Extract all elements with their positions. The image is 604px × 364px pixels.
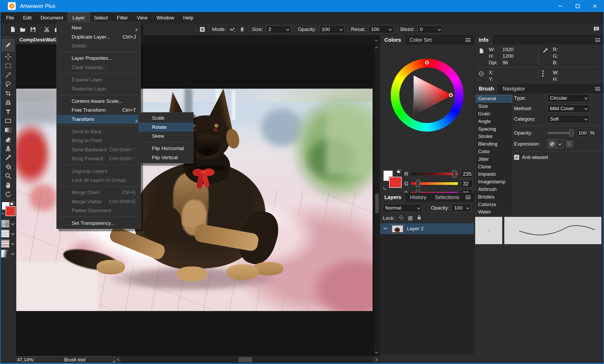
tab-color-set[interactable]: Color Set [405,35,436,45]
submenu-item-skew[interactable]: Skew [139,132,193,141]
antialiased-checkbox[interactable]: ✓ [514,155,519,160]
menu-item-bring-forward[interactable]: Bring ForwardCtrl+Shift+'.' [57,154,141,163]
submenu-item-scale[interactable]: Scale [139,114,193,122]
menu-item-set-transparency[interactable]: Set Transparency... [57,218,141,227]
swap-colors-icon[interactable] [383,187,388,192]
brush-category-spacing[interactable]: Spacing [476,125,512,133]
text-tool-button[interactable] [2,107,14,116]
expression-settings-button[interactable] [566,141,573,147]
panel-menu-icon[interactable] [465,196,471,199]
green-slider[interactable] [411,182,458,185]
brush-category-airbrush[interactable]: Airbrush [476,186,512,193]
save-button[interactable] [30,26,36,33]
brush-category-colorize[interactable]: Colorize [476,201,512,208]
tab-layers[interactable]: Layers [380,193,406,202]
lasso-tool-button[interactable] [2,79,14,89]
menu-item-expand-layer[interactable]: Expand Layer [57,75,141,84]
brush-category-color[interactable]: Color [476,148,512,156]
maximize-button[interactable] [569,0,586,12]
tab-brush[interactable]: Brush [475,84,499,93]
method-dropdown[interactable]: Mild Cover [548,105,590,113]
brush-category-angle[interactable]: Angle [476,117,512,125]
brush-category-clone[interactable]: Clone [476,163,512,170]
brush-category-general[interactable]: General [476,95,512,103]
red-slider[interactable] [411,173,458,175]
menu-item-send-backward[interactable]: Send BackwardCtrl+Shift+',' [57,145,141,154]
brush-category-imagestamp[interactable]: Imagestamp [476,178,512,186]
scatter-selector[interactable] [1,230,15,238]
pan-tool-button[interactable] [2,180,14,190]
horizontal-scrollbar[interactable] [121,356,373,363]
menu-item-duplicate-layer[interactable]: Duplicate Layer...Ctrl+J [57,32,141,41]
horizontal-scrollbar-thumb[interactable] [239,357,252,362]
clone-stamp-tool-button[interactable] [2,144,14,153]
zoom-level[interactable]: 47,14% [16,356,34,363]
brush-category-impasto[interactable]: Impasto [476,170,512,178]
bleed-dropdown[interactable]: 0 [418,25,443,33]
feedback-chat-button[interactable] [593,26,600,34]
status-tool-name[interactable]: Brush tool [34,356,115,363]
layers-opacity-dropdown[interactable]: 100 [452,204,471,212]
move-tool-button[interactable] [2,52,14,61]
default-colors-icon[interactable] [397,169,401,173]
marquee-select-tool-button[interactable] [2,61,14,70]
vertical-scrollbar-thumb[interactable] [375,194,379,213]
brush-category-water[interactable]: Water [476,208,512,216]
tab-history[interactable]: History [406,193,431,202]
new-document-button[interactable] [9,26,16,33]
brush-opacity-value[interactable]: 100 [576,129,588,137]
menu-item-rasterize-layer[interactable]: Rasterize Layer [57,84,141,93]
menu-item-lock-all-layers[interactable]: Lock all Layers in Group... [57,176,141,185]
gradient-tool-button[interactable] [2,125,14,135]
lock-position-icon[interactable] [399,215,404,221]
submenu-item-flip-vertical[interactable]: Flip Vertical [139,153,193,162]
green-slider-thumb[interactable] [416,180,420,187]
layer-row[interactable]: Layer 2 [380,223,474,234]
fill-tool-button[interactable] [2,162,14,171]
default-colors-icon[interactable] [10,201,14,205]
paper-texture-selector[interactable] [1,220,15,228]
magic-wand-tool-button[interactable] [2,70,14,79]
vertical-scrollbar[interactable] [374,44,380,355]
type-dropdown[interactable]: Circular [548,94,590,102]
tab-navigator[interactable]: Navigator [499,84,530,93]
close-button[interactable] [586,0,603,12]
brush-opacity-thumb[interactable] [569,130,573,136]
scroll-left-icon[interactable] [117,358,120,361]
freehand-mode-button[interactable] [229,26,236,33]
expression-button[interactable] [548,140,557,148]
menu-item-ungroup-layers[interactable]: Ungroup Layers [57,167,141,175]
opacity-dropdown[interactable]: 100 [319,25,345,33]
expression-dropdown[interactable] [557,140,563,148]
eraser-tool-button[interactable] [2,135,14,144]
lock-all-icon[interactable] [417,215,422,221]
tab-info[interactable]: Info [475,35,493,45]
menu-item-layer-properties[interactable]: Layer Properties... [57,54,141,63]
lock-transparency-icon[interactable] [408,216,412,221]
brush-tool-button[interactable] [2,39,14,51]
brush-opacity-slider[interactable] [548,132,574,134]
tab-colors[interactable]: Colors [380,35,405,45]
brush-category-bristles[interactable]: Bristles [476,193,512,201]
pattern-selector[interactable] [1,240,15,248]
menu-item-flatten-document[interactable]: Flatten Document [57,206,141,215]
minimize-button[interactable] [552,0,569,12]
menu-item-free-transform[interactable]: Free TransformCtrl+T [57,106,141,115]
menu-item-new[interactable]: New [57,23,141,32]
brush-presets-button[interactable] [199,26,205,33]
menu-edit[interactable]: Edit [19,12,36,24]
saturation-marker[interactable] [449,93,453,97]
symmetry-mode-button[interactable] [239,26,245,33]
green-value[interactable]: 32 [461,180,473,188]
eyedropper-tool-button[interactable] [2,153,14,162]
layer-visibility-icon[interactable] [383,226,388,232]
panel-menu-icon[interactable] [595,87,600,90]
rotate-canvas-tool-button[interactable] [2,190,14,199]
tool-palette-grip[interactable] [3,37,13,38]
red-value[interactable]: 235 [461,170,473,178]
category-dropdown[interactable]: Soft [548,115,590,123]
brush-category-blending[interactable]: Blending [476,140,512,148]
scroll-down-icon[interactable] [375,350,379,353]
foreground-color-swatch[interactable] [6,206,15,216]
tab-selections[interactable]: Selections [431,193,464,202]
